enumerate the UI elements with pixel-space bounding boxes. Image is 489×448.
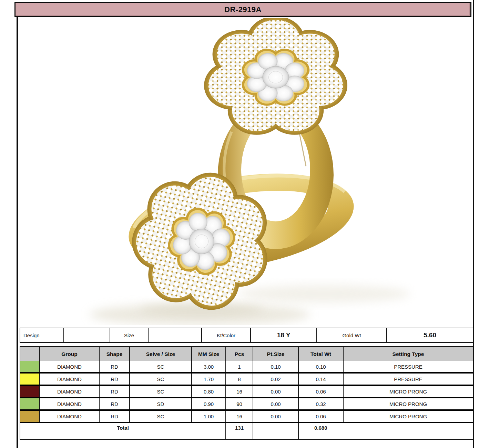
header-pcs: Pcs bbox=[226, 347, 253, 361]
kt-color-value: 18 Y bbox=[251, 328, 317, 342]
cell-setting: PRESSURE bbox=[344, 361, 473, 372]
cell-group: DIAMOND bbox=[40, 386, 100, 397]
header-mm: MM Size bbox=[192, 347, 226, 361]
total-pcs: 131 bbox=[226, 423, 253, 439]
cell-mm: 0.90 bbox=[192, 398, 226, 409]
cell-swatch bbox=[20, 386, 40, 397]
cell-total: 0.06 bbox=[299, 386, 344, 397]
cell-pcs: 90 bbox=[226, 398, 253, 409]
total-pt-empty bbox=[253, 423, 299, 439]
cell-setting: MICRO PRONG bbox=[344, 398, 473, 409]
kt-color-label: Kt/Color bbox=[202, 328, 251, 342]
cell-pcs: 16 bbox=[226, 411, 253, 422]
header-swatch bbox=[20, 347, 40, 361]
cell-seive: SC bbox=[130, 374, 192, 385]
cell-group: DIAMOND bbox=[40, 398, 100, 409]
ring-illustration bbox=[21, 18, 469, 325]
info-strip: Design Size Kt/Color 18 Y Gold Wt 5.60 bbox=[20, 328, 473, 343]
cell-group: DIAMOND bbox=[40, 411, 100, 422]
cell-total: 0.14 bbox=[299, 374, 344, 385]
ring-render bbox=[21, 18, 469, 325]
cell-setting: MICRO PRONG bbox=[344, 386, 473, 397]
table-row: DIAMOND RD SC 1.70 8 0.02 0.14 PRESSURE bbox=[20, 372, 473, 385]
cell-group: DIAMOND bbox=[40, 361, 100, 372]
table-row: DIAMOND RD SD 0.90 90 0.00 0.32 MICRO PR… bbox=[20, 397, 473, 409]
cell-shape: RD bbox=[100, 398, 130, 409]
stone-color-swatch bbox=[20, 386, 39, 397]
cell-swatch bbox=[20, 374, 40, 385]
size-label: Size bbox=[110, 328, 149, 342]
cell-pt: 0.10 bbox=[253, 361, 299, 372]
stone-table-header: Group Shape Seive / Size MM Size Pcs Pt.… bbox=[20, 347, 473, 361]
header-setting: Setting Type bbox=[344, 347, 473, 361]
cell-pt: 0.00 bbox=[253, 411, 299, 422]
gold-wt-value: 5.60 bbox=[387, 328, 473, 342]
cell-mm: 3.00 bbox=[192, 361, 226, 372]
cell-pcs: 8 bbox=[226, 374, 253, 385]
stone-color-swatch bbox=[20, 398, 39, 409]
cell-mm: 1.70 bbox=[192, 374, 226, 385]
cell-mm: 0.80 bbox=[192, 386, 226, 397]
total-weight: 0.680 bbox=[299, 423, 473, 439]
cell-pt: 0.00 bbox=[253, 386, 299, 397]
cell-setting: PRESSURE bbox=[344, 374, 473, 385]
table-row: DIAMOND RD SC 1.00 16 0.00 0.06 MICRO PR… bbox=[20, 409, 473, 422]
header-total-wt: Total Wt bbox=[299, 347, 344, 361]
cell-shape: RD bbox=[100, 361, 130, 372]
table-row: DIAMOND RD SC 0.80 16 0.00 0.06 MICRO PR… bbox=[20, 385, 473, 397]
cell-pcs: 1 bbox=[226, 361, 253, 372]
cell-mm: 1.00 bbox=[192, 411, 226, 422]
design-code: DR-2919A bbox=[224, 5, 262, 14]
cell-shape: RD bbox=[100, 411, 130, 422]
stone-color-swatch bbox=[20, 374, 39, 385]
header-pt: Pt.Size bbox=[253, 347, 299, 361]
cell-swatch bbox=[20, 361, 40, 372]
total-label: Total bbox=[20, 423, 226, 439]
cell-pcs: 16 bbox=[226, 386, 253, 397]
design-label: Design bbox=[20, 328, 64, 342]
cell-swatch bbox=[20, 398, 40, 409]
page-border-left bbox=[17, 17, 18, 448]
cell-seive: SC bbox=[130, 386, 192, 397]
stone-color-swatch bbox=[20, 361, 39, 372]
cell-shape: RD bbox=[100, 374, 130, 385]
cell-shape: RD bbox=[100, 386, 130, 397]
header-group: Group bbox=[40, 347, 100, 361]
cell-setting: MICRO PRONG bbox=[344, 411, 473, 422]
stone-table: Group Shape Seive / Size MM Size Pcs Pt.… bbox=[20, 346, 473, 440]
cell-total: 0.06 bbox=[299, 411, 344, 422]
cell-total: 0.32 bbox=[299, 398, 344, 409]
design-code-header: DR-2919A bbox=[14, 2, 471, 17]
cell-total: 0.10 bbox=[299, 361, 344, 372]
cell-seive: SC bbox=[130, 361, 192, 372]
design-value bbox=[64, 328, 110, 342]
header-seive: Seive / Size bbox=[130, 347, 192, 361]
header-shape: Shape bbox=[100, 347, 130, 361]
cell-pt: 0.00 bbox=[253, 398, 299, 409]
cell-seive: SD bbox=[130, 398, 192, 409]
size-value bbox=[149, 328, 202, 342]
stone-color-swatch bbox=[20, 411, 39, 422]
cell-pt: 0.02 bbox=[253, 374, 299, 385]
gold-wt-label: Gold Wt bbox=[317, 328, 387, 342]
total-row: Total 131 0.680 bbox=[20, 422, 473, 439]
table-row: DIAMOND RD SC 3.00 1 0.10 0.10 PRESSURE bbox=[20, 361, 473, 372]
cell-swatch bbox=[20, 411, 40, 422]
cell-group: DIAMOND bbox=[40, 374, 100, 385]
cell-seive: SC bbox=[130, 411, 192, 422]
